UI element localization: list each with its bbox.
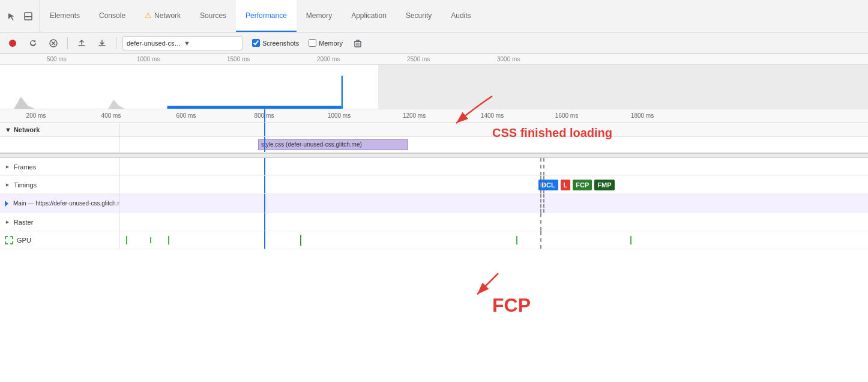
ruler-2500: 2500 ms — [407, 56, 430, 62]
ruler-400: 400 ms — [101, 112, 121, 119]
fcp-annotation: FCP — [492, 294, 531, 317]
tab-security[interactable]: Security — [396, 0, 441, 32]
raster-dashed — [540, 213, 541, 231]
timings-dashed-2 — [543, 176, 544, 193]
reload-button[interactable] — [25, 35, 41, 51]
url-dropdown[interactable]: defer-unused-css.glitch.... ▼ — [122, 36, 243, 50]
ruler-600: 600 ms — [176, 112, 196, 119]
fmp-badge: FMP — [594, 180, 614, 190]
clear-button[interactable] — [350, 35, 366, 51]
main-content — [120, 194, 868, 213]
l-badge: L — [561, 180, 571, 190]
raster-triangle: ▼ — [4, 219, 10, 225]
timings-cursor — [264, 176, 265, 193]
three-dots: ··· — [529, 125, 539, 133]
network-bars-area: ··· — [120, 123, 868, 136]
panel-divider — [0, 153, 868, 158]
network-section: ▼ Network ··· style.css (defer-unused-cs… — [0, 123, 868, 153]
timings-row: ▼ Timings DCL L FCP FMP — [0, 176, 868, 194]
tab-sources[interactable]: Sources — [190, 0, 236, 32]
timeline-overview[interactable]: 500 ms 1000 ms 1500 ms 2000 ms 2500 ms 3… — [0, 54, 868, 109]
network-header: ▼ Network ··· — [0, 123, 868, 137]
ruler-1400: 1400 ms — [481, 112, 504, 119]
memory-label[interactable]: Memory — [319, 40, 343, 47]
gpu-dashes-icon — [5, 236, 13, 244]
frames-cursor — [264, 158, 265, 175]
gpu-row: GPU — [0, 231, 868, 249]
gpu-tick-6 — [630, 236, 631, 244]
frames-triangle: ▼ — [4, 164, 10, 169]
raster-row: ▼ Raster — [0, 213, 868, 231]
tab-memory[interactable]: Memory — [297, 0, 342, 32]
tab-bar: Elements Console ⚠ Network Sources Perfo… — [0, 0, 868, 32]
main-row: Main — https://defer-unused-css.glitch.m… — [0, 194, 868, 213]
cursor-icon[interactable] — [5, 10, 18, 23]
main-dashed-1 — [540, 194, 541, 213]
tab-elements[interactable]: Elements — [40, 0, 89, 32]
gpu-tick-2 — [150, 237, 151, 243]
dock-icon[interactable] — [22, 10, 35, 23]
main-play-icon — [5, 201, 11, 207]
divider-2 — [116, 37, 116, 49]
css-request-row: style.css (defer-unused-css.glitch.me) — [0, 137, 868, 153]
warn-icon: ⚠ — [145, 11, 152, 20]
ruler-1500: 1500 ms — [227, 56, 250, 62]
raster-cursor — [264, 213, 265, 231]
record-button[interactable] — [5, 35, 20, 51]
fcp-annotation-text: FCP — [492, 294, 531, 316]
devtools-icons — [0, 0, 40, 32]
css-bar[interactable]: style.css (defer-unused-css.glitch.me) — [258, 139, 408, 150]
gpu-content — [120, 231, 868, 249]
main-content: 500 ms 1000 ms 1500 ms 2000 ms 2500 ms 3… — [0, 54, 868, 382]
svg-rect-15 — [342, 76, 343, 109]
gpu-dashed — [540, 231, 541, 249]
svg-rect-1 — [25, 16, 32, 17]
frames-dashed-2 — [543, 158, 544, 175]
gpu-cursor — [264, 231, 265, 249]
tab-console[interactable]: Console — [89, 0, 135, 32]
ruler-3000: 3000 ms — [497, 56, 520, 62]
network-triangle: ▼ — [5, 126, 11, 133]
css-cursor-line — [264, 137, 265, 152]
network-label: ▼ Network — [0, 123, 120, 136]
ruler-1200: 1200 ms — [403, 112, 426, 119]
frames-content — [120, 158, 868, 175]
raster-label[interactable]: ▼ Raster — [0, 213, 120, 231]
screenshots-group: Screenshots — [252, 39, 299, 47]
svg-point-2 — [9, 40, 16, 47]
screenshots-label[interactable]: Screenshots — [262, 40, 299, 47]
upload-button[interactable] — [74, 35, 89, 51]
main-section-label: Main — https://defer-unused-css.glitch.m… — [13, 200, 120, 207]
timings-dashed-1 — [540, 176, 541, 193]
tab-audits[interactable]: Audits — [441, 0, 480, 32]
raster-content — [120, 213, 868, 231]
gpu-tick-3 — [168, 236, 169, 244]
main-dashed-2 — [543, 194, 544, 213]
mini-chart — [0, 65, 868, 109]
time-ruler: 200 ms 400 ms 600 ms 800 ms 1000 ms 1200… — [0, 109, 868, 123]
ruler-1000: 1000 ms — [328, 112, 351, 119]
css-request-label — [0, 137, 120, 152]
gpu-tick-5 — [516, 236, 517, 244]
ruler-1600: 1600 ms — [555, 112, 578, 119]
memory-checkbox[interactable] — [309, 39, 316, 47]
memory-group: Memory — [309, 39, 343, 47]
timings-content: DCL L FCP FMP — [120, 176, 868, 193]
frames-label[interactable]: ▼ Frames — [0, 158, 120, 175]
ruler-2000: 2000 ms — [317, 56, 340, 62]
stop-button[interactable] — [46, 35, 61, 51]
svg-rect-14 — [167, 106, 342, 109]
main-label[interactable]: Main — https://defer-unused-css.glitch.m… — [0, 194, 120, 213]
main-cursor — [264, 194, 265, 213]
divider-1 — [67, 37, 68, 49]
tab-network[interactable]: ⚠ Network — [135, 0, 190, 32]
tab-performance[interactable]: Performance — [236, 0, 297, 32]
ruler-200: 200 ms — [26, 112, 46, 119]
timings-label[interactable]: ▼ Timings — [0, 176, 120, 193]
tab-application[interactable]: Application — [342, 0, 396, 32]
timings-triangle: ▼ — [4, 182, 10, 187]
ruler-500: 500 ms — [47, 56, 67, 62]
screenshots-checkbox[interactable] — [252, 39, 260, 47]
download-button[interactable] — [94, 35, 110, 51]
url-text: defer-unused-css.glitch.... — [127, 40, 181, 47]
